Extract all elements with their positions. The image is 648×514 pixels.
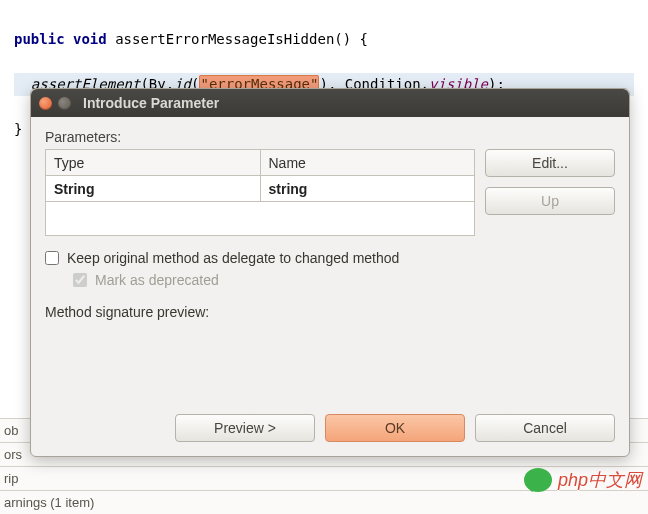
up-button[interactable]: Up (485, 187, 615, 215)
watermark: php中文网 (524, 468, 642, 492)
preview-button[interactable]: Preview > (175, 414, 315, 442)
keyword-public: public (14, 31, 65, 47)
keep-original-label: Keep original method as delegate to chan… (67, 250, 399, 266)
signature-preview-label: Method signature preview: (45, 304, 615, 320)
close-icon[interactable] (39, 97, 52, 110)
mark-deprecated-checkbox-row: Mark as deprecated (73, 272, 615, 288)
bg-row: arnings (1 item) (0, 490, 648, 514)
edit-button[interactable]: Edit... (485, 149, 615, 177)
ok-button[interactable]: OK (325, 414, 465, 442)
dialog-title: Introduce Parameter (83, 95, 219, 111)
keep-original-checkbox[interactable] (45, 251, 59, 265)
dialog-titlebar[interactable]: Introduce Parameter (31, 89, 629, 117)
indent (14, 76, 31, 92)
wechat-icon (524, 468, 552, 492)
col-header-name[interactable]: Name (260, 150, 475, 176)
mark-deprecated-label: Mark as deprecated (95, 272, 219, 288)
col-header-type[interactable]: Type (46, 150, 261, 176)
keyword-void: void (73, 31, 107, 47)
brace-close: } (14, 121, 22, 137)
keep-original-checkbox-row[interactable]: Keep original method as delegate to chan… (45, 250, 615, 266)
table-row-empty (46, 202, 475, 236)
introduce-parameter-dialog: Introduce Parameter Parameters: Type Nam… (30, 88, 630, 457)
minimize-icon[interactable] (58, 97, 71, 110)
cancel-button[interactable]: Cancel (475, 414, 615, 442)
table-row[interactable]: String string (46, 176, 475, 202)
watermark-text: php中文网 (558, 468, 642, 492)
method-name: assertErrorMessageIsHidden (115, 31, 334, 47)
parameters-label: Parameters: (45, 129, 615, 145)
parameters-table[interactable]: Type Name String string (45, 149, 475, 236)
code-text: () { (334, 31, 368, 47)
cell-name[interactable]: string (260, 176, 475, 202)
cell-type[interactable]: String (46, 176, 261, 202)
mark-deprecated-checkbox (73, 273, 87, 287)
